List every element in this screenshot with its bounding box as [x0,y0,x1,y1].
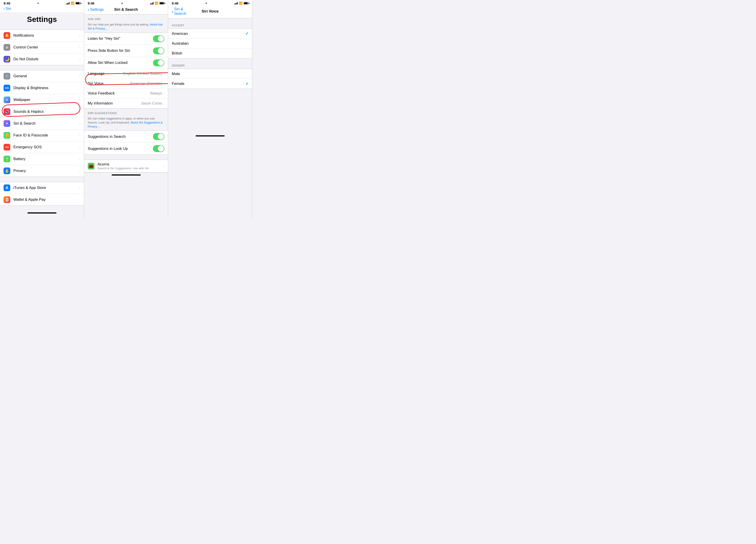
siri-suggestions-section: SIRI SUGGESTIONS Siri can make suggestio… [84,109,168,131]
accent-group: American ✓ Australian British [168,29,252,59]
gender-female-label: Female [172,82,245,86]
bottom-bar-p1 [0,211,84,218]
chevron-emergency: › [79,145,80,149]
press-side-button-toggle[interactable] [153,47,164,54]
back-nav-p1[interactable]: ‹ Siri [0,6,84,12]
listen-hey-siri-label: Listen for "Hey Siri" [88,36,153,41]
panel-siri-voice: 9:46 ✈ 📶 ‹ Siri & Search Siri Voice AC [168,0,252,218]
status-bar-p1: 9:46 ✈ 📶 [0,0,84,6]
accent-australian-label: Australian [172,41,249,46]
status-time-p1: 9:46 [4,1,10,5]
gender-female[interactable]: Female ✓ [168,79,252,89]
suggestions-in-look-up-label: Suggestions in Look Up [88,146,153,151]
suggestions-in-look-up-item[interactable]: Suggestions in Look Up [84,143,168,155]
ask-siri-section: ASK SIRI Siri can help you get things do… [84,15,168,33]
accent-american[interactable]: American ✓ [168,29,252,39]
allow-locked-item[interactable]: Allow Siri When Locked [84,57,168,69]
empty-space-p3 [168,89,252,134]
gender-male[interactable]: Male [168,69,252,79]
back-label-p3[interactable]: Siri & Search [174,7,191,16]
accent-label: ACCENT [172,24,184,27]
sidebar-item-do-not-disturb[interactable]: 🌙 Do Not Disturb › [0,53,84,65]
back-area-p2[interactable]: ‹ Settings [88,7,107,12]
sidebar-item-sounds-haptics[interactable]: 🔊 Sounds & Haptics › [0,106,84,118]
accent-british[interactable]: British [168,48,252,58]
nav-bar-p2: ‹ Settings Siri & Search [84,6,168,15]
privacy-label: Privacy [13,169,79,173]
sidebar-item-general[interactable]: ⚙️ General › [0,70,84,82]
allow-locked-toggle[interactable] [153,59,164,66]
wifi-icon-p2: 📶 [155,2,158,5]
suggestions-in-search-item[interactable]: Suggestions in Search [84,131,168,143]
sidebar-item-notifications[interactable]: 🔔 Notifications › [0,30,84,42]
listen-hey-siri-toggle[interactable] [153,35,164,42]
allow-locked-label: Allow Siri When Locked [88,61,153,65]
sidebar-item-emergency-sos[interactable]: SOS Emergency SOS › [0,141,84,153]
chevron-my-info: › [163,102,165,105]
status-icons-p2: 📶 [150,2,165,5]
chevron-acorns: › [163,164,165,168]
wallet-icon: 🃏 [4,196,10,203]
listen-hey-siri-item[interactable]: Listen for "Hey Siri" [84,33,168,45]
battery-icon-p3 [244,2,249,4]
sidebar-item-siri-search[interactable]: ✦ Siri & Search › [0,118,84,130]
panel-siri-search: 9:46 ✈ 📶 ‹ Settings Siri & Search ASK [84,0,168,218]
page-title-p3: Siri Voice [191,9,229,14]
sounds-haptics-icon: 🔊 [4,108,10,115]
page-title-p1: Settings [4,13,80,27]
battery-label: Battery [13,157,79,161]
sidebar-item-itunes-app-store[interactable]: A iTunes & App Store › [0,182,84,194]
ask-siri-desc-text: Siri can help you get things done just b… [88,23,149,26]
sidebar-item-wallpaper[interactable]: ✳ Wallpaper › [0,94,84,106]
my-information-item[interactable]: My Information Jason Cross › [84,98,168,108]
acorns-sub: Search & Siri Suggestions, Use with Siri [98,167,163,170]
back-chevron-p2: ‹ [88,7,89,12]
ask-siri-items: Listen for "Hey Siri" Press Side Button … [84,33,168,109]
suggestions-in-search-toggle[interactable] [153,133,164,140]
sidebar-item-control-center[interactable]: ⊞ Control Center › [0,42,84,53]
suggestions-in-look-up-toggle[interactable] [153,145,164,152]
sidebar-item-face-id[interactable]: 😊 Face ID & Passcode › [0,130,84,141]
bottom-bar-p2 [84,173,168,180]
accent-australian[interactable]: Australian [168,39,252,48]
status-icons-p1: 📶 [66,2,80,5]
status-bar-p2: 9:46 ✈ 📶 [84,0,168,6]
display-brightness-label: Display & Brightness [13,86,79,90]
location-icon-p2: ✈ [121,2,123,5]
language-value: English (United States) [123,71,162,76]
itunes-app-store-icon: A [4,184,10,191]
bottom-bar-p3 [168,134,252,141]
sidebar-item-display-brightness[interactable]: AA Display & Brightness › [0,82,84,94]
press-side-button-item[interactable]: Press Side Button for Siri [84,45,168,57]
my-information-value: Jason Cross [141,101,162,106]
app-list-group: 🌰 Acorns Search & Siri Suggestions, Use … [84,160,168,173]
battery-icon-p1 [75,2,80,4]
voice-feedback-item[interactable]: Voice Feedback Always › [84,89,168,98]
sidebar-item-battery[interactable]: 🔋 Battery › [0,153,84,165]
gender-section-header: GENDER [168,59,252,69]
back-label-p1[interactable]: Siri [6,6,11,11]
sidebar-item-privacy[interactable]: ✋ Privacy › [0,165,84,177]
general-label: General [13,74,79,78]
wallpaper-label: Wallpaper [13,98,79,102]
wallpaper-icon: ✳ [4,96,10,103]
siri-voice-item[interactable]: Siri Voice American (Female) › [84,79,168,89]
chevron-siri: › [79,122,80,125]
home-indicator-p2 [112,174,141,176]
chevron-general: › [79,74,80,78]
press-side-button-label: Press Side Button for Siri [88,48,153,53]
acorns-app-item[interactable]: 🌰 Acorns Search & Siri Suggestions, Use … [84,160,168,172]
siri-search-label: Siri & Search [13,121,79,126]
face-id-icon: 😊 [4,132,10,139]
back-label-p2[interactable]: Settings [90,7,104,12]
emergency-sos-icon: SOS [4,144,10,151]
siri-voice-label: Siri Voice [88,81,130,86]
wifi-icon-p3: 📶 [239,2,242,5]
nav-bar-p3: ‹ Siri & Search Siri Voice [168,6,252,18]
accent-american-check: ✓ [245,31,249,36]
battery-icon-p2 [159,2,164,4]
back-area-p3[interactable]: ‹ Siri & Search [172,7,191,16]
siri-search-list: ASK SIRI Siri can help you get things do… [84,15,168,218]
language-item[interactable]: Language English (United States) › [84,69,168,79]
sidebar-item-wallet-apple-pay[interactable]: 🃏 Wallet & Apple Pay › [0,194,84,205]
